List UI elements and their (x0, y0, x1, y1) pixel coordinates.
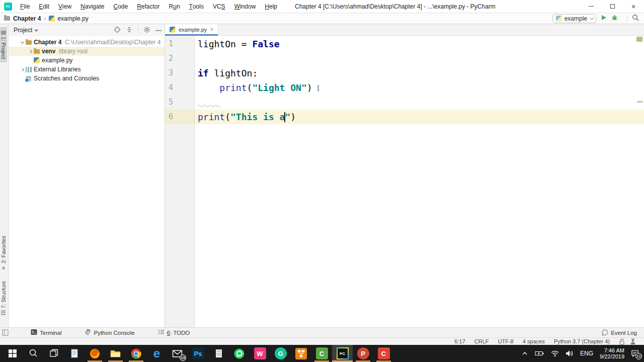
project-panel-title[interactable]: Project (14, 27, 32, 34)
chevron-right-icon[interactable] (27, 50, 34, 53)
start-taskbar-button[interactable] (2, 345, 23, 362)
camtasia-taskbar-button[interactable]: C (311, 345, 332, 362)
minimize-button[interactable] (581, 0, 602, 13)
file-explorer-taskbar-button[interactable] (105, 345, 126, 362)
tab-close-icon[interactable]: × (210, 27, 213, 33)
menu-window[interactable]: Window (230, 0, 261, 13)
calculator-icon (213, 347, 225, 359)
tool-tab-structure[interactable]: 7: Structure (0, 278, 7, 318)
firefox-icon (89, 347, 101, 359)
menu-navigate[interactable]: Navigate (76, 0, 109, 13)
chrome-icon (130, 347, 142, 359)
editor-tab-example-py[interactable]: example.py × (165, 24, 218, 35)
tool-tab-favorites[interactable]: ★ 2: Favorites (0, 232, 7, 275)
menu-bar: FileEditViewNavigateCodeRefactorRunTools… (16, 0, 282, 13)
tool-window-button-terminal[interactable]: Terminal (31, 329, 61, 336)
volume-icon[interactable] (566, 350, 574, 357)
code-line-2[interactable] (195, 51, 644, 66)
tool-window-button-python-console[interactable]: Python Console (85, 329, 134, 336)
notepad-taskbar-button[interactable] (64, 345, 85, 362)
tool-window-switcher-button[interactable] (2, 329, 9, 336)
breadcrumb-file[interactable]: example.py (57, 15, 88, 22)
maximize-button[interactable] (602, 0, 623, 13)
pycharm-taskbar-button[interactable]: PC (332, 345, 353, 362)
action-center-button[interactable]: 12 (631, 349, 639, 357)
tree-item-external-libraries[interactable]: External Libraries (9, 65, 165, 74)
menu-file[interactable]: File (16, 0, 34, 13)
run-button[interactable] (601, 15, 607, 22)
camtasia-recorder-taskbar-button[interactable]: C (373, 345, 394, 362)
event-log-button[interactable]: Event Log (602, 329, 644, 336)
wifi-icon[interactable] (551, 350, 559, 357)
code-line-3[interactable]: if lightOn: (195, 66, 644, 80)
close-button[interactable]: × (623, 0, 644, 13)
mail-taskbar-button[interactable]: 14 (167, 345, 188, 362)
python-icon (34, 57, 42, 63)
task-view-taskbar-button[interactable] (43, 345, 64, 362)
menu-edit[interactable]: Edit (34, 0, 54, 13)
tree-item-example-py[interactable]: example.py (9, 56, 165, 65)
language-indicator[interactable]: ENG (580, 350, 593, 357)
settings-button[interactable] (143, 26, 150, 35)
grammarly-taskbar-button[interactable]: G (270, 345, 291, 362)
tree-item-scratches-and-consoles[interactable]: Scratches and Consoles (9, 74, 165, 83)
tray-chevron-up-icon[interactable] (521, 350, 528, 357)
collapse-all-button[interactable] (126, 26, 133, 35)
tool-tab-project[interactable]: 1: Project (0, 27, 7, 62)
warning-scroll-marker[interactable] (637, 101, 643, 103)
menu-code[interactable]: Code (109, 0, 132, 13)
run-configuration-select[interactable]: example (552, 14, 596, 23)
code-editor[interactable]: 123456 lightOn = Falseif lightOn: print(… (165, 36, 644, 327)
filmora-icon: W (254, 347, 266, 359)
menu-run[interactable]: Run (165, 0, 185, 13)
powerpoint-taskbar-button[interactable]: P (353, 345, 373, 362)
hector-inspections-icon[interactable] (630, 338, 636, 345)
photoshop-taskbar-button[interactable]: Ps (188, 345, 208, 362)
search-everywhere-button[interactable] (632, 14, 639, 23)
left-tool-stripe: 1: Project ★ 2: Favorites 7: Structure (0, 24, 9, 327)
code-line-4[interactable]: print("Light ON")I (195, 80, 644, 95)
search-taskbar-button[interactable] (23, 345, 43, 362)
tool-window-label: Terminal (40, 330, 61, 336)
chevron-down-icon[interactable] (19, 42, 26, 43)
indent-style[interactable]: 4 spaces (523, 338, 545, 344)
notification-badge: 12 (635, 353, 642, 359)
code-line-1[interactable]: lightOn = False (195, 37, 644, 51)
tree-item-chapter-4[interactable]: Chapter 4C:\Users\ahmad\Desktop\Chapter … (9, 38, 165, 47)
run-widget: example (552, 14, 644, 23)
hide-panel-button[interactable]: — (155, 27, 162, 34)
tool-window-button-6-todo[interactable]: 6: TODO (158, 329, 190, 336)
filmora-taskbar-button[interactable]: W (250, 345, 270, 362)
menu-help[interactable]: Help (260, 0, 282, 13)
chevron-right-icon[interactable] (19, 68, 26, 71)
terminal-icon (31, 329, 37, 336)
calculator-taskbar-button[interactable] (208, 345, 229, 362)
menu-view[interactable]: View (54, 0, 76, 13)
diagram-taskbar-button[interactable] (291, 345, 311, 362)
breadcrumb-separator-icon: › (44, 15, 46, 22)
menu-vcs[interactable]: VCS (208, 0, 230, 13)
debug-button[interactable] (611, 15, 618, 23)
lock-icon[interactable] (619, 338, 625, 345)
locate-button[interactable] (114, 26, 121, 35)
whatsapp-taskbar-button[interactable] (229, 345, 250, 362)
inspection-status-square[interactable] (636, 37, 642, 42)
menu-tools[interactable]: Tools (185, 0, 208, 13)
clock[interactable]: 7:46 AM 9/22/2019 (600, 347, 624, 359)
edge-taskbar-button[interactable]: e (146, 345, 167, 362)
caret-position[interactable]: 6:17 (454, 338, 465, 344)
code-line-5[interactable] (195, 95, 644, 110)
battery-icon[interactable] (535, 350, 544, 356)
tree-item-venv[interactable]: venvlibrary root (9, 47, 165, 56)
tool-window-switcher-icon (2, 329, 9, 336)
firefox-taskbar-button[interactable] (85, 345, 105, 362)
project-tool-icon (1, 31, 6, 35)
menu-refactor[interactable]: Refactor (132, 0, 164, 13)
file-encoding[interactable]: UTF-8 (498, 338, 514, 344)
python-interpreter[interactable]: Python 3.7 (Chapter 4) (554, 338, 610, 344)
line-ending[interactable]: CRLF (474, 338, 489, 344)
code-line-6[interactable]: print("This is a") (195, 110, 644, 124)
status-bar: 6:17 CRLF UTF-8 4 spaces Python 3.7 (Cha… (0, 337, 644, 345)
chrome-taskbar-button[interactable] (126, 345, 146, 362)
breadcrumb-project[interactable]: Chapter 4 (13, 15, 41, 22)
